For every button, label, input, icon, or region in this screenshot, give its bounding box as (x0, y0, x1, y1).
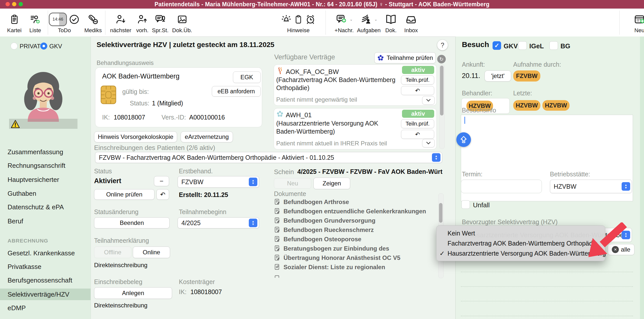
menu-item-hausarztzentriert[interactable]: ✓ Hausarztzentrierte Versorgung AOK Bade… (436, 248, 605, 258)
toolbar-nachricht-button[interactable]: ⌄ +Nachr. (335, 12, 354, 34)
toolbar-vorheriger-button[interactable]: vorh. (136, 12, 149, 34)
teiln-pruef-button[interactable]: Teiln.prüf. (401, 75, 434, 85)
privat-radio[interactable] (11, 43, 18, 50)
gkv-radio[interactable] (40, 43, 47, 50)
undo-button[interactable]: ↶ (401, 86, 434, 95)
toolbar-naechster-button[interactable]: nächster (110, 12, 131, 34)
toolbar-dokuebersicht-button[interactable]: Dok.Üb. (172, 12, 192, 34)
toolbar-label: Kartei (7, 27, 21, 34)
scrollbar-thumb[interactable] (439, 203, 442, 223)
earztvernetzung-button[interactable]: eArztvernetzung (181, 131, 233, 142)
eeb-anfordern-button[interactable]: eEB anfordern (212, 86, 261, 97)
scrollbar-thumb[interactable] (440, 66, 444, 115)
toolbar-mediks-button[interactable]: Mediks (84, 12, 102, 34)
list-item[interactable]: Sozialer Dienst: Liste zu regionalen (274, 262, 437, 272)
chevron-down-icon (426, 99, 431, 102)
erstellt-text: Erstellt: 20.11.25 (179, 191, 228, 198)
sidebar-item-edmp[interactable]: eDMP (0, 302, 91, 314)
list-item[interactable]: Befundbogen Grundversorgung (274, 216, 437, 225)
toolbar-dok-button[interactable]: Dok. (385, 12, 397, 34)
toolbar-aufgaben-button[interactable]: ⌄ Aufgaben (357, 12, 381, 34)
gkv-checkbox[interactable]: ✓ (493, 41, 501, 50)
online-button[interactable]: Online (133, 247, 170, 258)
teilnahmebeginn-select[interactable]: 4/2025 ▲▼ (178, 217, 259, 228)
inbox-tray-icon (404, 12, 418, 27)
sidebar-item-beruf[interactable]: Beruf (0, 215, 91, 227)
toolbar-divider (326, 11, 326, 35)
menu-item-facharztvertrag[interactable]: Facharztvertrag AOK Baden-Württemberg Or… (436, 238, 605, 248)
erstbehandler-select[interactable]: FZVBW ▲▼ (178, 176, 259, 188)
sidebar-item-berufsgenossenschaft[interactable]: Berufsgenossenschaft (0, 274, 91, 286)
igel-checkbox[interactable] (518, 41, 527, 50)
status-minus-button[interactable]: − (154, 176, 169, 186)
list-item[interactable]: Beratungsbogen zur Einbindung des (274, 244, 437, 253)
refresh-icon[interactable]: ↻ (437, 55, 446, 63)
teilnahmebeginn-value: 4/2025 (181, 219, 249, 227)
list-item[interactable]: Befundbogen Arthrose (274, 197, 437, 207)
list-item[interactable]: Befundbogen Rueckenschmerz (274, 225, 437, 234)
anlegen-button[interactable]: Anlegen (94, 287, 172, 299)
bg-checkbox[interactable] (549, 41, 558, 50)
offline-button[interactable]: Offline (94, 247, 131, 258)
dokumente-label: Dokumente (274, 190, 306, 197)
open-book-icon (385, 12, 397, 27)
gkv-checkbox-label: GKV (504, 42, 518, 50)
toolbar-label: vorh. (136, 27, 149, 34)
list-item[interactable]: Befundbogen Osteoporose (274, 234, 437, 244)
toolbar-hinweise-button[interactable]: Hinweise (281, 12, 316, 34)
betriebsstaette-label: Betriebsstätte: (550, 171, 590, 178)
expand-chevron-button[interactable] (422, 96, 435, 105)
participation-text: Patient nimmt aktuell in IHRER Praxis te… (276, 140, 387, 147)
online-pruefen-button[interactable]: Online prüfen (94, 189, 154, 200)
egk-button[interactable]: EGK (233, 71, 261, 83)
undo-button[interactable]: ↶ (401, 130, 434, 139)
toolbar-todo-button[interactable]: 14:46 ToDo (49, 12, 80, 34)
menu-item-kein-wert[interactable]: Kein Wert (436, 228, 605, 238)
hzv-flower-light-icon (276, 110, 284, 118)
beenden-button[interactable]: Beenden (94, 217, 170, 228)
letzte-badge[interactable]: HZVBW (542, 100, 570, 111)
letzte-badge[interactable]: HZVBW (513, 100, 540, 111)
toolbar-sprechstunde-button[interactable]: Spr.St. (152, 12, 169, 34)
schein-neu-button[interactable]: Neu (274, 178, 311, 189)
teiln-pruef-button[interactable]: Teiln.prüf. (401, 119, 434, 128)
jetzt-button[interactable]: 'jetzt' (485, 70, 511, 82)
sidebar-item-rechnungsanschrift[interactable]: Rechnungsanschrift (0, 160, 91, 171)
toolbar-inbox-button[interactable]: Inbox (404, 12, 418, 34)
help-button[interactable]: ? (437, 40, 448, 50)
toolbar-liste-button[interactable]: Liste (29, 12, 41, 34)
betriebsstaette-select[interactable]: HZVBW ▲▼ (550, 180, 632, 193)
vertraege-label: Verfügbare Verträge (274, 53, 335, 61)
einschreibungen-select[interactable]: FZVBW - Facharztvertrag AOK Baden-Württe… (95, 152, 442, 163)
expand-chevron-button[interactable] (422, 139, 435, 147)
ik-label: IK: (102, 114, 110, 121)
contract-desc-line1: (Facharztvertrag AOK Baden-Württemberg (276, 76, 395, 84)
sidebar-item-guthaben[interactable]: Guthaben (0, 188, 91, 199)
sidebar-item-gesetzl-krankenkasse[interactable]: Gesetzl. Krankenkasse (0, 247, 91, 259)
sidebar-item-privatkasse[interactable]: Privatkasse (0, 261, 91, 272)
list-item[interactable]: Übertragung Honorar Anästhesist OC V5 (274, 253, 437, 262)
aufnahme-badge[interactable]: FZVBW (513, 70, 540, 82)
toolbar-neu-button[interactable]: Neu (633, 12, 644, 34)
teilnahmebeginn-label: Teilnahmebeginn (179, 208, 226, 216)
sidebar-item-datenschutz-epa[interactable]: Datenschutz & ePA (0, 201, 91, 213)
teilnahme-pruefen-button[interactable]: Teilnahme prüfen (374, 52, 436, 63)
termin-input[interactable] (461, 180, 542, 193)
divider (461, 272, 633, 272)
unfall-checkbox[interactable] (461, 200, 470, 209)
toolbar-label: +Nachr. (335, 27, 354, 34)
capslock-shift-icon[interactable] (456, 132, 471, 147)
sidebar-item-hauptversicherter[interactable]: Hauptversicherter (0, 174, 91, 185)
hinweis-vorsorgekoloskopie-button[interactable]: Hinweis Vorsorgekoloskopie (94, 131, 177, 142)
toolbar-kartei-button[interactable]: Kartei (7, 12, 21, 34)
toolbar-divider (48, 11, 48, 35)
list-item-partial[interactable] (274, 274, 437, 278)
status-undo-button[interactable]: ↶ (156, 189, 169, 200)
direkteinschreibung-text-2: Direkteinschreibung (94, 302, 147, 309)
list-item[interactable]: Befundbogen entzuendliche Gelenkerkranku… (274, 207, 437, 216)
sidebar-item-selektivvertraege[interactable]: Selektivverträge/HZV (0, 289, 91, 300)
patient-list-icon (29, 12, 41, 27)
sidebar-item-zusammenfassung[interactable]: Zusammenfassung (0, 146, 91, 158)
schein-zeigen-button[interactable]: Zeigen (313, 178, 350, 189)
vertraege-scrollbar[interactable] (439, 64, 445, 149)
